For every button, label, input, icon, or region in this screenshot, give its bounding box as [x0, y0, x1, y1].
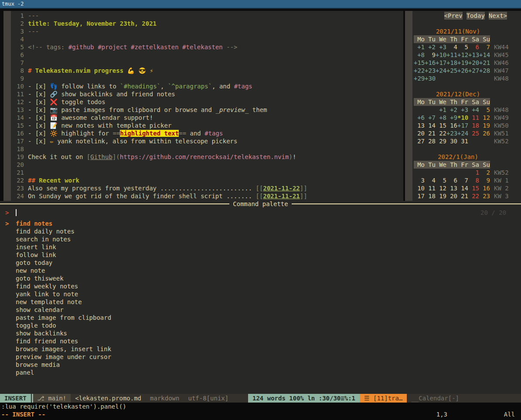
calendar-day-cell[interactable]: +17 — [457, 122, 468, 129]
calendar-day-cell[interactable]: 21 — [425, 129, 436, 137]
editor-line[interactable]: 9 — [11, 75, 403, 82]
calendar-day-cell[interactable]: +14 — [479, 51, 490, 59]
calendar-day-cell[interactable]: 4 — [446, 43, 457, 51]
calendar-day-cell[interactable]: 20 — [446, 192, 457, 200]
calendar-day-cell[interactable]: +24 — [457, 129, 468, 137]
calendar-next-button[interactable]: Next> — [489, 12, 507, 20]
palette-item[interactable]: preview image under cursor — [0, 353, 521, 361]
palette-item[interactable]: goto thisweek — [0, 274, 521, 282]
calendar-day-cell[interactable]: 6 — [446, 176, 457, 184]
calendar-day-cell[interactable]: 19 — [436, 192, 446, 200]
calendar-day-cell[interactable]: 12 — [479, 114, 490, 122]
palette-item[interactable]: yank link to note — [0, 290, 521, 298]
calendar-day-cell[interactable]: +3 — [436, 43, 446, 51]
calendar-day-cell[interactable]: 18 — [425, 192, 436, 200]
command-line-area[interactable]: :lua require('telekasten').panel() -- IN… — [0, 403, 521, 420]
editor-line[interactable]: 4 — [11, 35, 403, 43]
calendar-day-cell[interactable]: 25 — [468, 129, 479, 137]
palette-prompt-input[interactable]: > 20 / 20 — [0, 209, 521, 217]
calendar-day-cell[interactable]: 4 — [425, 176, 436, 184]
calendar-day-cell[interactable]: 15 — [436, 122, 446, 129]
calendar-today-button[interactable]: Today — [467, 12, 485, 20]
calendar-day-cell[interactable]: +28 — [479, 67, 490, 75]
palette-item[interactable]: panel — [0, 369, 521, 376]
calendar-day-cell[interactable]: +21 — [479, 59, 490, 67]
calendar-day-cell[interactable]: +10 — [436, 51, 446, 59]
calendar-day-cell[interactable]: +6 — [414, 114, 425, 122]
editor-line[interactable]: 13- [x] 📷 paste images from clipboard or… — [11, 106, 403, 114]
calendar-day-cell[interactable]: +1 — [414, 43, 425, 51]
calendar-day-cell[interactable]: 26 — [479, 129, 490, 137]
calendar-window[interactable]: <Prev Today Next> 2021/11(Nov)MoTuWeThFr… — [405, 11, 521, 201]
calendar-day-cell[interactable]: +26 — [457, 67, 468, 75]
calendar-day-cell[interactable]: +20 — [468, 59, 479, 67]
calendar-day-cell[interactable]: 13 — [414, 122, 425, 129]
command-line[interactable]: :lua require('telekasten').panel() — [0, 403, 521, 410]
editor-buffer[interactable]: 1---2title: Tuesday, November 23th, 2021… — [0, 11, 403, 201]
palette-item[interactable]: browse media — [0, 361, 521, 369]
palette-item[interactable]: new note — [0, 267, 521, 274]
calendar-day-cell[interactable]: 1 — [468, 169, 479, 176]
calendar-prev-button[interactable]: <Prev — [444, 12, 463, 20]
calendar-day-cell[interactable]: +3 — [457, 106, 468, 114]
calendar-day-cell[interactable]: +25 — [446, 67, 457, 75]
palette-item[interactable]: show backlinks — [0, 329, 521, 337]
calendar-day-cell[interactable]: *10 — [457, 114, 468, 122]
editor-line[interactable]: 3--- — [11, 27, 403, 35]
palette-item[interactable]: find daily notes — [0, 227, 521, 235]
calendar-day-cell[interactable]: 15 — [468, 184, 479, 192]
calendar-day-cell[interactable]: 21 — [457, 192, 468, 200]
calendar-day-cell[interactable]: 9 — [425, 51, 436, 59]
tab-indicator[interactable]: ☰ [11]tra… — [360, 394, 407, 403]
editor-line[interactable]: 10- [x] 👣 follow links to `#headings`, `… — [11, 82, 403, 90]
calendar-day-cell[interactable]: 2 — [479, 169, 490, 176]
calendar-day-cell[interactable]: 23 — [479, 192, 490, 200]
calendar-day-cell[interactable]: 12 — [436, 184, 446, 192]
calendar-day-cell[interactable]: +7 — [425, 114, 436, 122]
calendar-day-cell[interactable]: 28 — [425, 137, 436, 145]
calendar-day-cell[interactable]: +16 — [425, 59, 436, 67]
calendar-day-cell[interactable]: +1 — [436, 106, 446, 114]
calendar-day-cell[interactable]: +24 — [436, 67, 446, 75]
palette-item[interactable]: new templated note — [0, 298, 521, 306]
calendar-day-cell[interactable]: 11 — [468, 114, 479, 122]
calendar-day-cell[interactable]: 13 — [446, 184, 457, 192]
palette-item[interactable]: goto today — [0, 259, 521, 267]
calendar-day-cell[interactable]: 22 — [436, 129, 446, 137]
editor-line[interactable]: 17- [x] ✏ yank notelink, also from withi… — [11, 137, 403, 145]
editor-line[interactable]: 23Also see my progress from yesterday ..… — [11, 184, 403, 192]
editor-line[interactable]: 15- [x] 📝 new notes with template picker — [11, 122, 403, 129]
calendar-day-cell[interactable]: +19 — [457, 59, 468, 67]
calendar-day-cell[interactable]: 7 — [457, 176, 468, 184]
palette-item[interactable]: find friend notes — [0, 337, 521, 345]
calendar-day-cell[interactable]: 5 — [436, 176, 446, 184]
calendar-day-cell[interactable]: 10 — [414, 184, 425, 192]
calendar-day-cell[interactable]: +22 — [414, 67, 425, 75]
calendar-day-cell[interactable]: 19 — [479, 122, 490, 129]
palette-item[interactable]: search in notes — [0, 235, 521, 243]
calendar-day-cell[interactable]: 14 — [457, 184, 468, 192]
calendar-day-cell[interactable]: 18 — [468, 122, 479, 129]
editor-line[interactable]: 12- [x] ❌ toggle todos — [11, 98, 403, 106]
calendar-day-cell[interactable]: 17 — [414, 192, 425, 200]
calendar-day-cell[interactable]: 6 — [468, 43, 479, 51]
calendar-day-cell[interactable]: 30 — [446, 137, 457, 145]
editor-line[interactable]: 6 — [11, 51, 403, 59]
calendar-day-cell[interactable]: 16 — [446, 122, 457, 129]
palette-item[interactable]: find weekly notes — [0, 282, 521, 290]
calendar-day-cell[interactable]: +29 — [414, 75, 425, 82]
calendar-day-cell[interactable]: 9 — [479, 176, 490, 184]
calendar-day-cell[interactable]: 22 — [468, 192, 479, 200]
editor-line[interactable]: 5<!-- tags: #github #project #zettelkast… — [11, 43, 403, 51]
calendar-day-cell[interactable]: +2 — [425, 43, 436, 51]
editor-line[interactable]: 20 — [11, 161, 403, 169]
editor-line[interactable]: 16- [x] 🔆 highlight for ==highlighted te… — [11, 129, 403, 137]
calendar-day-cell[interactable]: +8 — [414, 51, 425, 59]
calendar-day-cell[interactable]: 31 — [457, 137, 468, 145]
palette-item[interactable]: show calendar — [0, 306, 521, 314]
editor-line[interactable]: 11- [x] 🔗 show backlinks and friend note… — [11, 90, 403, 98]
palette-item[interactable]: follow link — [0, 251, 521, 259]
editor-line[interactable]: 24On Sunday we got rid of the daily find… — [11, 192, 403, 200]
calendar-day-cell[interactable]: 11 — [425, 184, 436, 192]
calendar-day-cell[interactable]: 16 — [479, 184, 490, 192]
